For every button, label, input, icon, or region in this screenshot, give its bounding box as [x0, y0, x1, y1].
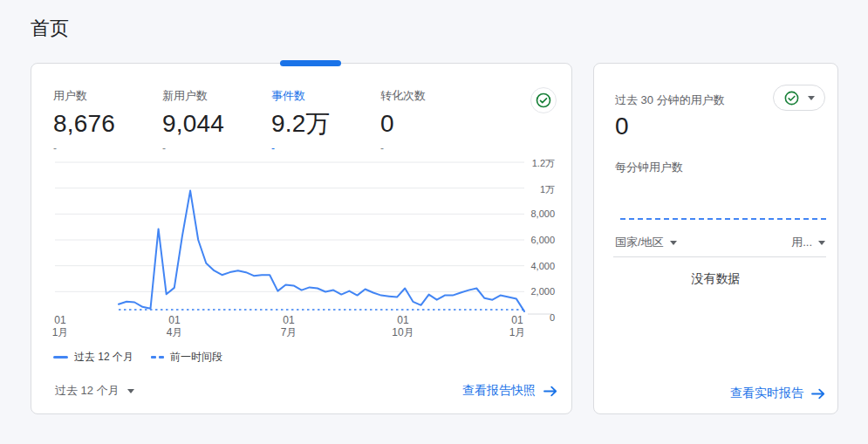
metric-value: 9,044 [162, 110, 271, 138]
country-column-dropdown[interactable]: 国家/地区 [615, 235, 677, 250]
metric-tab-new-users[interactable]: 新用户数 9,044 - [162, 88, 271, 154]
metric-label: 转化次数 [380, 88, 489, 104]
y-tick-label: 1.2万 [532, 157, 555, 170]
legend-dashed-swatch [151, 356, 164, 359]
x-tick-label: 011月 [509, 314, 526, 338]
realtime-title: 过去 30 分钟的用户数 [615, 92, 725, 108]
y-tick-label: 6,000 [530, 235, 555, 245]
users-column-label: 用... [791, 235, 812, 250]
metric-delta: - [53, 142, 162, 154]
ga-home-page: 首页 用户数 8,676 - 新用户数 9,044 - 事件数 9.2万 - 转… [0, 0, 868, 444]
realtime-header: 过去 30 分钟的用户数 [594, 64, 837, 111]
y-tick-label: 8,000 [530, 208, 555, 219]
metric-delta: - [271, 142, 380, 154]
x-tick-label: 014月 [167, 314, 183, 338]
selected-metric-indicator [280, 60, 341, 66]
metric-tab-events[interactable]: 事件数 9.2万 - [271, 88, 380, 154]
y-tick-label: 2,000 [530, 286, 555, 297]
metric-delta: - [162, 142, 271, 154]
legend-item-previous: 前一时间段 [151, 350, 222, 365]
users-per-minute-label: 每分钟用户数 [615, 160, 683, 175]
realtime-report-link[interactable]: 查看实时报告 [730, 386, 825, 401]
date-range-dropdown[interactable]: 过去 12 个月 [53, 379, 136, 402]
users-column-dropdown[interactable]: 用... [791, 235, 825, 250]
legend-item-current: 过去 12 个月 [53, 350, 133, 365]
legend-solid-swatch [53, 356, 68, 359]
y-tick-label: 4,000 [530, 261, 555, 271]
chart-legend: 过去 12 个月 前一时间段 [53, 350, 222, 365]
arrow-right-icon [543, 386, 557, 397]
report-snapshot-link[interactable]: 查看报告快照 [462, 383, 557, 399]
page-title: 首页 [31, 16, 69, 42]
caret-down-icon [670, 241, 677, 245]
caret-down-icon [818, 241, 825, 245]
metric-label: 新用户数 [162, 88, 271, 104]
y-tick-label: 1万 [540, 183, 555, 196]
caret-down-icon [808, 96, 815, 100]
arrow-right-icon [811, 388, 825, 400]
x-tick-label: 0110月 [392, 314, 413, 338]
realtime-chart-baseline [620, 218, 828, 220]
circled-check-icon [783, 90, 800, 106]
date-range-label: 过去 12 个月 [55, 383, 120, 399]
metrics-row: 用户数 8,676 - 新用户数 9,044 - 事件数 9.2万 - 转化次数… [53, 88, 489, 154]
circled-check-icon [535, 92, 552, 109]
realtime-report-label: 查看实时报告 [730, 386, 803, 401]
summary-card: 用户数 8,676 - 新用户数 9,044 - 事件数 9.2万 - 转化次数… [31, 63, 572, 414]
country-column-label: 国家/地区 [615, 235, 664, 250]
legend-label: 前一时间段 [170, 350, 222, 365]
realtime-users-value: 0 [615, 113, 629, 140]
metric-label: 用户数 [53, 88, 162, 104]
x-tick-label: 011月 [52, 314, 69, 338]
metric-value: 0 [380, 110, 489, 138]
table-header-divider [613, 256, 826, 257]
summary-card-footer: 过去 12 个月 查看报告快照 [53, 379, 557, 402]
metric-value: 9.2万 [271, 110, 380, 138]
realtime-table-header: 国家/地区 用... [615, 235, 825, 250]
data-quality-button[interactable] [530, 87, 557, 113]
caret-down-icon [127, 389, 134, 393]
legend-label: 过去 12 个月 [74, 350, 133, 365]
realtime-card: 过去 30 分钟的用户数 0 每分钟用户数 国家/地区 用... 没有数据 [593, 63, 838, 414]
realtime-quality-dropdown[interactable] [773, 85, 825, 111]
y-tick-label: 0 [550, 312, 555, 323]
metric-tab-conversions[interactable]: 转化次数 0 - [380, 88, 489, 154]
x-tick-label: 017月 [281, 314, 297, 338]
metric-delta: - [380, 142, 489, 154]
metric-tab-users[interactable]: 用户数 8,676 - [53, 88, 162, 154]
metric-label: 事件数 [271, 88, 380, 104]
no-data-message: 没有数据 [594, 271, 837, 287]
metric-value: 8,676 [53, 110, 162, 138]
report-snapshot-label: 查看报告快照 [462, 383, 536, 399]
